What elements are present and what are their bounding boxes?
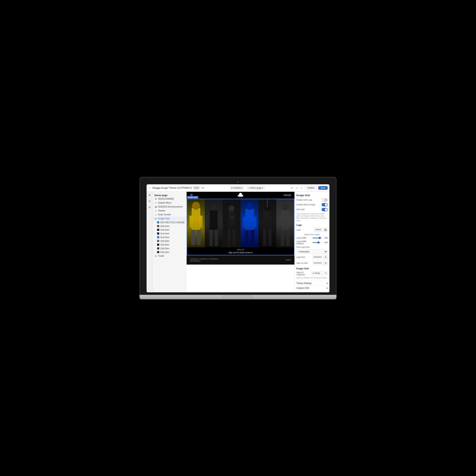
signup-link[interactable]: Sign Up For Early Access ♥	[187, 252, 294, 254]
sidebar-item-grid-6[interactable]: Grid Item	[153, 243, 187, 247]
back-button[interactable]: ‹	[148, 186, 151, 190]
signup-text-color-swatch[interactable]: ⊡	[323, 261, 327, 265]
svg-text:NAME: NAME	[229, 216, 234, 218]
logo-width-track[interactable]	[313, 238, 321, 238]
svg-rect-30	[279, 216, 282, 228]
canvas-area[interactable]: ☰ Cart (0)	[187, 192, 294, 292]
enable-sms-toggle[interactable]	[321, 203, 328, 206]
sidebar-item-announcement[interactable]: 📢 SEAGGS Announcement	[153, 205, 187, 209]
homepage-dropdown[interactable]: ⌂ Home page ▾	[247, 186, 264, 190]
sidebar-item-grid-2[interactable]: Grid Item	[153, 228, 187, 232]
grid-bottom: View All Sign Up For Early Access ♥	[187, 247, 294, 255]
sidebar-icon-settings[interactable]: ⚙	[147, 199, 152, 204]
collection-value: ⊙ Yeezy	[313, 272, 320, 274]
grid6-label: Grid Item	[160, 244, 169, 246]
sidebar-icon-apps[interactable]: ⊟	[147, 205, 152, 210]
signup-text-row: Sign Up Text #FFFFFF ⊡	[296, 261, 328, 265]
svg-rect-31	[288, 216, 292, 228]
sidebar-icon-home[interactable]: ⊞	[147, 193, 152, 197]
grid-logo-font-label: Grid Logo Font	[296, 246, 328, 248]
logo-width-value: 250	[322, 237, 328, 239]
announcement-icon: 📢	[155, 205, 157, 208]
display-grid-logo-toggle[interactable]	[321, 198, 328, 202]
footer-label: Footer	[158, 255, 164, 257]
svg-rect-13	[228, 230, 231, 246]
signup-text-label: Sign Up Text	[296, 262, 312, 264]
tablet-view-btn[interactable]: ▭	[294, 186, 299, 190]
hoodie-label: 90'S RECYCLE HOODIE	[160, 221, 185, 224]
sidebar-item-seaggsware[interactable]: ⚙ SEAGGSWARE	[153, 197, 187, 201]
flex-grid-toggle[interactable]	[321, 208, 328, 211]
svg-rect-15	[245, 209, 254, 230]
signup-text-value: #FFFFFF	[313, 261, 324, 265]
more-options-button[interactable]: •••	[201, 186, 204, 189]
logo-image-icon[interactable]: 🖼	[323, 228, 328, 232]
grid2-label: Grid Item	[160, 229, 169, 231]
enable-sms-label: Enable SMS on Page	[296, 204, 321, 206]
announcement-label: SEAGGS Announcement	[158, 205, 183, 208]
main-layout: ⊞ ⚙ ⊟ Home page ⚙ SEAGGSWARE ✏	[147, 192, 329, 292]
sidebar-item-grid-3[interactable]: Grid Item	[153, 232, 187, 236]
store-footer: CONTACT CONTACT CONTACT SEAGGSKV ©2024	[187, 255, 294, 265]
sidebar-item-grid-7[interactable]: Grid Item	[153, 247, 187, 250]
logo-text-color-swatch[interactable]: ⊡	[323, 255, 327, 259]
sidebar-item-enter-screen[interactable]: ▭ Enter Screen	[153, 213, 187, 217]
sidebar-item-grid-5[interactable]: Grid Item	[153, 239, 187, 243]
view-all-link[interactable]: View All	[187, 249, 294, 251]
collection-dropdown[interactable]: ⊙ Yeezy ▾	[311, 271, 328, 275]
theme-settings-toggle[interactable]: Theme Settings ▾	[296, 281, 328, 286]
signup-text-color-input[interactable]: #FFFFFF ⊡	[312, 261, 328, 265]
logo-width-mobile-track[interactable]	[313, 242, 321, 243]
sidebar-item-drawer-menu[interactable]: ✏ Drawer Menu	[153, 201, 187, 205]
enable-sms-row: Enable SMS on Page	[296, 203, 328, 206]
store-name: Seaggs Kruger Theme CLOTHING 8	[152, 187, 192, 189]
explore-images-link[interactable]: Explore free images	[296, 234, 328, 236]
homepage-label: ⌂ Home page ▾	[248, 187, 263, 189]
default-dropdown[interactable]: ⚙ Default ▾	[229, 186, 244, 190]
sidebar-item-kruger-grid[interactable]: ⊞ Kruger Grid	[153, 217, 187, 221]
svg-rect-21	[263, 210, 271, 230]
desktop-view-btn[interactable]: ⊡	[290, 186, 294, 190]
seaggsware-label: SEAGGSWARE	[158, 198, 174, 200]
trackpad[interactable]	[223, 295, 253, 298]
logo-width-thumb[interactable]	[319, 237, 321, 239]
sidebar-item-hoodie[interactable]: 90'S RECYCLE HOODIE	[153, 221, 187, 224]
sidebar-item-grid-4[interactable]: Grid Item	[153, 236, 187, 239]
footer-contact: CONTACT CONTACT CONTACT SEAGGSKV	[190, 258, 219, 262]
svg-rect-10	[228, 211, 235, 230]
save-button[interactable]: Save	[318, 186, 328, 190]
sidebar-item-grid-8[interactable]: Grid Item	[153, 250, 187, 254]
home-page-header: Home page	[153, 193, 187, 197]
publish-button[interactable]: Publish	[305, 186, 317, 190]
right-panel: Kruger Grid Display Grid Logo Enable SMS…	[294, 192, 329, 292]
grid7-color-box	[157, 247, 159, 250]
product-col-2	[205, 199, 223, 247]
sidebar-item-footer[interactable]: ⊟ Footer	[153, 254, 187, 258]
svg-point-7	[211, 204, 217, 211]
drawer-menu-label: Drawer Menu	[158, 202, 171, 204]
left-sidebar: ⊞ ⚙ ⊟ Home page ⚙ SEAGGSWARE ✏	[147, 192, 187, 292]
grid4-color-box	[157, 236, 159, 238]
hoodie-color-box	[157, 221, 159, 223]
logo-width-mobile-label: Logo Width (Mobile)	[296, 240, 312, 245]
sidebar-item-navbar[interactable]: ≡ Navbar	[153, 209, 187, 213]
figure-1-svg	[187, 199, 205, 247]
kruger-grid-section[interactable]: Kruger Grid	[187, 199, 294, 255]
grid-logo-font-select[interactable]: A Beefcakes	[296, 250, 328, 254]
kruger-grid-section-header: Kruger Grid	[296, 267, 328, 270]
figure-5-svg	[258, 199, 276, 247]
logo-text-value: #FFFFFF	[313, 255, 324, 259]
logo-width-mobile-thumb[interactable]	[317, 241, 320, 244]
logo-text-color-input[interactable]: #FFFFFF ⊡	[312, 255, 328, 259]
grid3-label: Grid Item	[160, 232, 169, 235]
mobile-view-btn[interactable]: ▯	[299, 186, 304, 190]
figure-2-svg	[205, 199, 223, 247]
sidebar-item-grid-1[interactable]: Grid Item	[153, 224, 187, 228]
svg-rect-20	[253, 217, 256, 228]
cart-label[interactable]: Cart (0)	[283, 194, 291, 196]
logo-width-slider-row: Logo Width 250	[296, 237, 328, 239]
svg-rect-24	[263, 230, 266, 246]
logo-select-button[interactable]: Select	[314, 228, 322, 232]
custom-css-toggle[interactable]: Custom CSS ▾	[296, 286, 328, 290]
grid1-color-box	[157, 225, 159, 227]
